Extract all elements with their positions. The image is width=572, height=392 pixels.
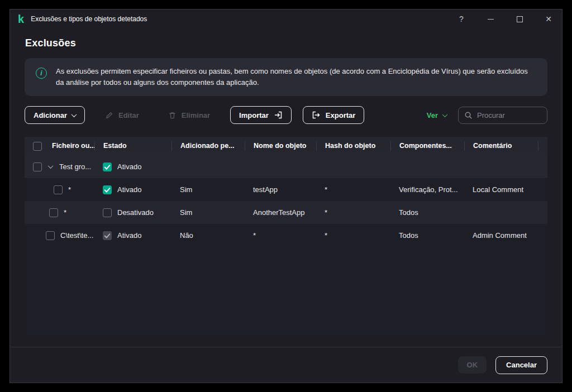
select-all-checkbox[interactable] [33,142,42,151]
header-hash[interactable]: Hash do objeto [316,141,390,151]
dialog-footer: OK Cancelar [10,347,562,383]
table-header: Ficheiro ou... Estado Adicionado pe... N… [25,137,547,155]
cell-state-label: Ativado [117,162,141,171]
search-box [458,107,547,124]
close-icon[interactable]: ✕ [544,15,553,23]
export-icon [312,111,321,119]
header-filler [538,141,547,151]
info-banner-text: As exclusões permitem especificar fichei… [56,66,536,88]
state-checkbox[interactable] [103,208,112,217]
info-icon: i [36,68,47,79]
cell-state-label: Desativado [117,208,154,217]
cell-state: Ativado [94,185,171,194]
header-comment[interactable]: Comentário [464,141,538,151]
chevron-down-icon [72,112,77,117]
cell-components: Todos [390,231,464,240]
search-input[interactable] [477,111,541,119]
cell-comment: Local Comment [464,185,538,194]
search-icon [464,111,473,119]
table-body: Test gro... Ativado * [25,155,547,338]
table-row[interactable]: * Ativado Sim testApp * Verificação, Pro… [25,178,547,201]
view-dropdown-label: Ver [427,111,438,119]
header-components[interactable]: Componentes... [390,141,464,151]
expand-chevron-icon[interactable] [48,163,54,169]
delete-button[interactable]: Eliminar [159,106,219,124]
cell-file-label: Test gro... [59,162,91,171]
add-button-label: Adicionar [34,111,67,119]
cancel-button[interactable]: Cancelar [495,356,547,374]
pencil-icon [105,111,113,119]
title-bar: k Exclusões e tipos de objetos detetados… [10,9,562,28]
cell-state: Ativado [94,162,171,171]
cell-file: * [25,208,94,217]
table-row[interactable]: * Desativado Sim AnotherTestApp * Todos [25,201,547,224]
window-title: Exclusões e tipos de objetos detetados [31,15,147,23]
info-banner: i As exclusões permitem especificar fich… [25,58,547,96]
import-icon [274,111,283,119]
import-button[interactable]: Importar [230,106,292,124]
state-checkbox[interactable] [103,162,112,171]
header-file: Ficheiro ou... [25,141,94,151]
cell-file-label: * [64,208,66,217]
chevron-down-icon [442,112,448,117]
export-button[interactable]: Exportar [303,106,364,124]
cell-components: Todos [390,208,464,217]
export-button-label: Exportar [326,111,355,119]
cell-added: Sim [171,185,245,194]
cell-added: Não [171,231,245,240]
cell-added: Sim [171,208,245,217]
ok-button[interactable]: OK [458,356,487,374]
cell-state-label: Ativado [117,185,141,194]
cell-file: Test gro... [25,162,94,171]
help-icon[interactable]: ? [457,15,466,23]
toolbar: Adicionar Editar Eliminar Importar Expor… [25,106,547,124]
app-window: k Exclusões e tipos de objetos detetados… [9,9,563,383]
cell-state-label: Ativado [117,231,141,240]
cell-hash: * [316,185,390,194]
exclusions-table: Ficheiro ou... Estado Adicionado pe... N… [25,137,547,338]
maximize-icon[interactable] [515,15,524,23]
header-name[interactable]: Nome do objeto [245,141,316,151]
window-controls: ? ✕ [457,15,553,23]
cell-file-label: * [68,185,71,194]
cell-name: * [245,231,316,240]
state-checkbox[interactable] [103,231,112,240]
view-dropdown[interactable]: Ver [427,111,447,119]
row-checkbox[interactable] [33,162,42,171]
cell-hash: * [316,208,390,217]
row-checkbox[interactable] [46,231,55,240]
cell-file-label: C\test\te... [60,231,93,240]
cell-state: Ativado [94,231,171,240]
state-checkbox[interactable] [103,185,112,194]
cell-file: * [25,185,94,194]
minimize-icon[interactable] [486,15,495,23]
row-checkbox[interactable] [49,208,58,217]
kaspersky-logo-icon: k [18,13,24,25]
header-state[interactable]: Estado [94,141,171,151]
cell-components: Verificação, Prot... [390,185,464,194]
cell-name: testApp [245,185,316,194]
header-added[interactable]: Adicionado pe... [171,141,245,151]
cell-name: AnotherTestApp [245,208,316,217]
cell-file: C\test\te... [25,231,94,240]
edit-button[interactable]: Editar [96,106,148,124]
cell-hash: * [316,231,390,240]
header-file-label: Ficheiro ou... [52,141,94,151]
row-checkbox[interactable] [54,185,63,194]
table-row-group[interactable]: Test gro... Ativado [25,155,547,178]
table-row[interactable]: C\test\te... Ativado Não * * Todos Admin… [25,224,547,247]
cell-comment: Admin Comment [464,231,538,240]
edit-button-label: Editar [118,111,139,119]
delete-button-label: Eliminar [182,111,210,119]
add-button[interactable]: Adicionar [25,106,85,124]
trash-icon [168,111,177,119]
import-button-label: Importar [239,111,269,119]
cell-state: Desativado [94,208,171,217]
page-title: Exclusões [25,37,562,49]
